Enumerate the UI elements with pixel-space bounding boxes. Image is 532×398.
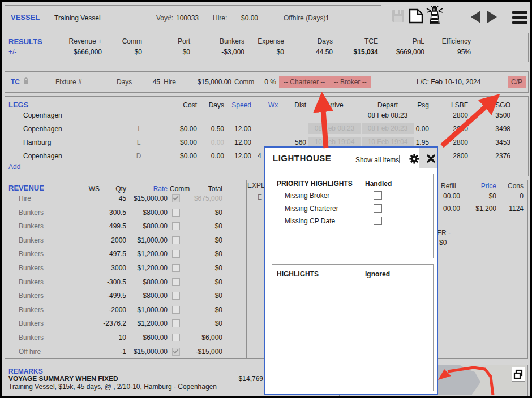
close-icon[interactable] [427,154,435,163]
revenue-item-name[interactable]: Hire [19,194,31,202]
legs-port[interactable]: Hamburg [23,139,51,146]
legs-days[interactable]: 0.50 [199,125,224,133]
comm-checkbox[interactable] [172,306,180,314]
comm-checkbox[interactable] [172,292,180,300]
revenue-qty[interactable]: 499.5 [92,222,126,230]
revenue-qty[interactable]: -2000 [92,306,126,314]
back-arrow-icon[interactable] [471,11,480,23]
tc-comm-value[interactable]: 0 % [254,78,276,86]
broker-placeholder[interactable]: -- Broker -- [327,78,367,86]
legs-lsgo[interactable]: 3453 [477,139,510,146]
comm-checkbox[interactable] [172,334,180,341]
revenue-item-name[interactable]: Bunkers [19,209,44,217]
comm-checkbox[interactable] [172,222,180,230]
legs-days[interactable]: 0.00 [199,139,224,146]
revenue-qty[interactable]: 3000 [92,264,126,272]
revenue-rate[interactable]: $1,200.00 [122,264,168,272]
legs-header-speed[interactable]: Speed [223,101,251,109]
cp-date-field[interactable]: C/P [508,76,526,88]
legs-dist[interactable]: 560 [272,139,306,146]
revenue-item-name[interactable]: Bunkers [19,250,44,258]
handled-checkbox[interactable] [374,204,382,213]
voyage-number-value[interactable]: 100033 [176,14,199,22]
revenue-qty[interactable]: 10 [92,334,126,341]
handled-checkbox[interactable] [374,191,382,200]
results-adjust-link[interactable]: +/- [8,48,16,56]
handled-checkbox[interactable] [374,217,382,225]
revenue-qty[interactable]: 300.5 [92,209,126,217]
legs-lsgo[interactable]: 3498 [477,125,510,133]
revenue-item-name[interactable]: Bunkers [19,334,44,341]
remarks-title[interactable]: REMARKS [8,367,43,375]
revenue-rate[interactable]: $15,000.00 [122,348,168,356]
comm-checkbox[interactable] [172,319,180,327]
revenue-rate[interactable]: $15,000.00 [122,194,168,202]
popout-icon[interactable] [512,367,525,382]
legs-lsgo[interactable]: 2376 [477,152,510,160]
comm-checkbox[interactable] [172,194,180,202]
gear-icon[interactable] [409,154,419,164]
comm-checkbox[interactable] [172,250,180,258]
results-title[interactable]: RESULTS [8,38,42,46]
laycan-value[interactable]: L/C: Feb 10-10, 2024 [417,78,480,86]
charterer-placeholder[interactable]: -- Charterer -- [279,78,325,86]
revenue-rate[interactable]: $600.00 [122,334,168,341]
revenue-rate[interactable]: $800.00 [122,292,168,300]
revenue-title[interactable]: REVENUE [8,184,44,192]
legs-cost[interactable]: $0.00 [157,125,197,133]
tc-hire-value[interactable]: $15,000.00 [186,78,231,86]
save-icon[interactable] [392,9,405,23]
revenue-header-rate[interactable]: Rate [122,185,168,193]
legs-lsbf[interactable]: 2800 [434,139,468,146]
vessel-name[interactable]: Training Vessel [54,14,101,22]
comm-checkbox[interactable] [172,278,180,286]
offhire-value[interactable]: 1 [325,14,329,22]
legs-cost[interactable]: $0.00 [157,152,197,160]
revenue-rate[interactable]: $800.00 [122,278,168,286]
charterer-broker-field[interactable]: -- Charterer -- -- Broker -- [279,76,371,88]
revenue-qty[interactable]: 45 [92,194,126,202]
legs-title[interactable]: LEGS [8,101,28,109]
comm-checkbox[interactable] [172,209,180,217]
show-all-items-checkbox[interactable] [399,155,407,163]
revenue-rate[interactable]: $1,000.00 [122,306,168,314]
revenue-qty[interactable]: 2000 [92,236,126,244]
revenue-item-name[interactable]: Bunkers [19,264,44,272]
revenue-item-name[interactable]: Bunkers [19,292,44,300]
revenue-qty[interactable]: -300.5 [92,278,126,286]
revenue-qty[interactable]: -1 [92,348,126,356]
forward-arrow-icon[interactable] [487,11,497,23]
tc-label[interactable]: TC [11,78,20,86]
revenue-rate[interactable]: $800.00 [122,222,168,230]
new-document-icon[interactable] [409,8,423,24]
revenue-item-name[interactable]: Off hire [19,348,41,356]
comm-checkbox[interactable] [172,264,180,272]
legs-lsgo[interactable]: 3500 [477,111,510,119]
revenue-item-name[interactable]: Bunkers [19,306,44,314]
comm-checkbox[interactable] [172,348,180,356]
legs-speed[interactable]: 12.00 [223,125,251,133]
vessel-label[interactable]: VESSEL [11,14,40,21]
legs-lsbf[interactable]: 2800 [434,125,468,133]
revenue-qty[interactable]: -499.5 [92,292,126,300]
revenue-item-name[interactable]: Bunkers [19,278,44,286]
legs-days[interactable]: 0.00 [199,152,224,160]
comm-checkbox[interactable] [172,236,180,244]
revenue-rate[interactable]: $1,000.00 [122,236,168,244]
revenue-rate[interactable]: $800.00 [122,209,168,217]
legs-port[interactable]: Copenhagen [23,125,62,133]
legs-port[interactable]: Copenhagen [23,152,62,160]
legs-cost[interactable]: $0.00 [157,139,197,146]
hire-value[interactable]: $0.00 [224,14,258,22]
fixture-number-label[interactable]: Fixture # [55,78,82,86]
revenue-rate[interactable]: $1,200.00 [122,319,168,327]
lighthouse-icon[interactable] [425,5,444,25]
legs-lsbf[interactable]: 2800 [434,111,468,119]
legs-lsbf[interactable]: 2800 [434,152,468,160]
legs-port[interactable]: Copenhagen [23,111,62,119]
revenue-item-name[interactable]: Bunkers [19,222,44,230]
legs-add-link[interactable]: Add [8,163,20,171]
legs-speed[interactable]: 12.00 [223,139,251,146]
revenue-qty[interactable]: -2376.2 [92,319,126,327]
revenue-qty[interactable]: 497.5 [92,250,126,258]
